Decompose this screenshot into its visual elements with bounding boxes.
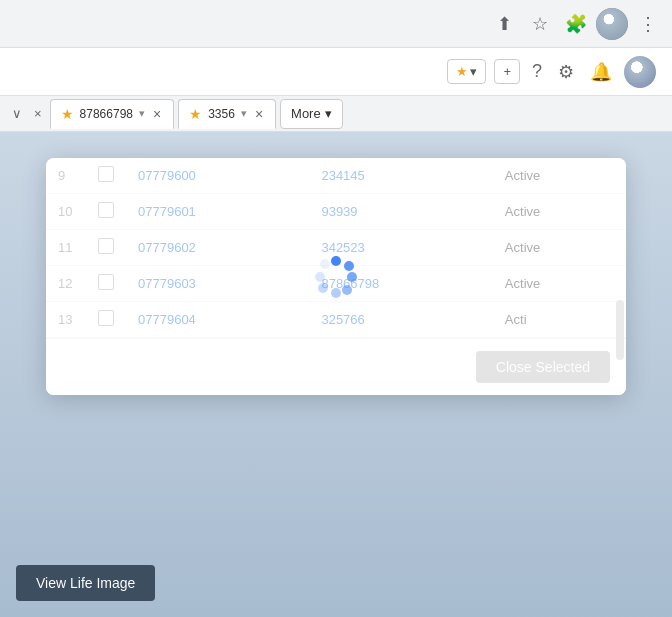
more-tabs-label: More	[291, 106, 321, 121]
help-icon: ?	[532, 61, 542, 82]
extension-button[interactable]: 🧩	[560, 8, 592, 40]
tab-collapse-button[interactable]: ∨	[8, 106, 26, 121]
more-chevron-icon: ▾	[325, 106, 332, 121]
view-life-image-label: View Life Image	[36, 575, 135, 591]
tab-2-label: 3356	[208, 107, 235, 121]
view-life-image-button[interactable]: View Life Image	[16, 565, 155, 601]
tab-close-all-button[interactable]: ×	[30, 106, 46, 121]
tab-2-close-button[interactable]: ×	[253, 106, 265, 122]
more-tabs-button[interactable]: More ▾	[280, 99, 343, 129]
bookmark-button[interactable]: ☆	[524, 8, 556, 40]
add-icon: +	[503, 64, 511, 79]
svg-point-5	[318, 283, 328, 293]
profile-button[interactable]	[596, 8, 628, 40]
browser-toolbar: ⬆ ☆ 🧩 ⋮	[0, 0, 672, 48]
more-options-button[interactable]: ⋮	[632, 8, 664, 40]
more-options-icon: ⋮	[639, 13, 657, 35]
add-button[interactable]: +	[494, 59, 520, 84]
tab-2-star-icon: ★	[189, 106, 202, 122]
app-toolbar: ★ ▾ + ? ⚙ 🔔	[0, 48, 672, 96]
loading-overlay	[46, 158, 626, 395]
tab-bar: ∨ × ★ 87866798 ▾ × ★ 3356 ▾ × More ▾	[0, 96, 672, 132]
tab-controls: ∨ ×	[8, 106, 46, 121]
svg-point-4	[331, 288, 341, 298]
settings-icon: ⚙	[558, 61, 574, 83]
share-icon: ⬆	[497, 13, 512, 35]
user-avatar	[624, 56, 656, 88]
svg-point-0	[331, 256, 341, 266]
bookmark-combo-button[interactable]: ★ ▾	[447, 59, 486, 84]
svg-point-3	[342, 285, 352, 295]
tab-2[interactable]: ★ 3356 ▾ ×	[178, 99, 276, 129]
tab-1-close-button[interactable]: ×	[151, 106, 163, 122]
svg-point-2	[347, 272, 357, 282]
tab-1-dropdown-icon: ▾	[139, 107, 145, 120]
settings-button[interactable]: ⚙	[554, 57, 578, 87]
avatar	[596, 8, 628, 40]
page-content: ★ ▾ + ? ⚙ 🔔 ∨ × ★ 87866798	[0, 48, 672, 617]
svg-point-1	[344, 261, 354, 271]
notifications-button[interactable]: 🔔	[586, 57, 616, 87]
spinner-icon	[312, 253, 360, 301]
chevron-down-icon: ∨	[12, 106, 22, 121]
tab-2-dropdown-icon: ▾	[241, 107, 247, 120]
tab-star-icon: ★	[61, 106, 74, 122]
extension-icon: 🧩	[565, 13, 587, 35]
bookmark-icon: ☆	[532, 13, 548, 35]
help-button[interactable]: ?	[528, 57, 546, 86]
close-all-icon: ×	[34, 106, 42, 121]
bookmark-dropdown-icon: ▾	[470, 64, 477, 79]
svg-point-7	[320, 259, 330, 269]
notifications-icon: 🔔	[590, 61, 612, 83]
tab-1-label: 87866798	[80, 107, 133, 121]
star-icon: ★	[456, 64, 468, 79]
share-button[interactable]: ⬆	[488, 8, 520, 40]
tab-1[interactable]: ★ 87866798 ▾ ×	[50, 99, 175, 129]
data-panel: 9 07779600 234145 Active 10 07779601 939…	[46, 158, 626, 395]
svg-point-6	[315, 272, 325, 282]
